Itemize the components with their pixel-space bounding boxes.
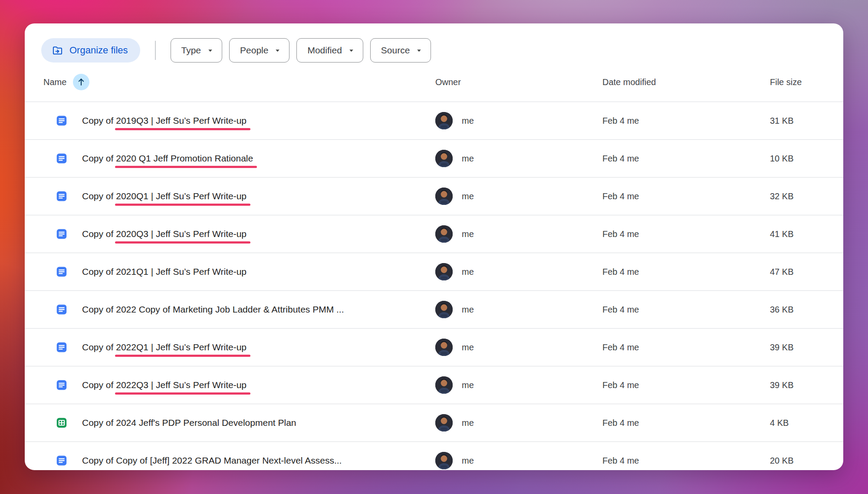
file-type-icon-cell — [55, 341, 82, 354]
size-label: 41 KB — [770, 229, 843, 239]
file-type-icon-cell — [55, 379, 82, 392]
file-name: Copy of Copy of [Jeff] 2022 GRAD Manager… — [82, 455, 435, 466]
column-header-name[interactable]: Name — [43, 74, 435, 90]
file-row[interactable]: Copy of 2021Q1 | Jeff Su’s Perf Write-up… — [25, 253, 843, 291]
file-name-rest: 2020 Q1 Jeff Promotion Rationale — [116, 153, 253, 163]
owner-cell: me — [435, 452, 602, 469]
google-docs-icon — [55, 152, 68, 165]
organize-files-button[interactable]: Organize files — [41, 38, 140, 63]
modified-label: Feb 4 me — [602, 154, 770, 164]
size-label: 31 KB — [770, 116, 843, 126]
file-name: Copy of 2019Q3 | Jeff Su’s Perf Write-up — [82, 115, 435, 126]
column-header-owner[interactable]: Owner — [435, 77, 602, 87]
owner-avatar — [435, 301, 453, 318]
owner-cell: me — [435, 150, 602, 167]
file-name: Copy of 2020Q3 | Jeff Su’s Perf Write-up — [82, 229, 435, 239]
file-name-rest: 2020Q3 | Jeff Su’s Perf Write-up — [116, 229, 247, 239]
filter-chip-people[interactable]: People — [229, 38, 289, 63]
filter-chip-source[interactable]: Source — [370, 38, 431, 63]
filter-chip-type[interactable]: Type — [171, 38, 223, 63]
file-name-prefix: Copy of — [82, 418, 116, 428]
filter-chip-label: People — [240, 45, 268, 56]
file-name-prefix: Copy of — [82, 229, 116, 239]
file-row[interactable]: Copy of Copy of [Jeff] 2022 GRAD Manager… — [25, 442, 843, 470]
modified-label: Feb 4 me — [602, 343, 770, 352]
modified-label: Feb 4 me — [602, 229, 770, 239]
column-header-size[interactable]: File size — [770, 77, 843, 87]
file-row[interactable]: Copy of 2022 Copy of Marketing Job Ladde… — [25, 291, 843, 329]
file-name: Copy of 2020Q1 | Jeff Su’s Perf Write-up — [82, 191, 435, 201]
owner-cell: me — [435, 188, 602, 205]
owner-cell: me — [435, 263, 602, 280]
owner-cell: me — [435, 376, 602, 394]
size-label: 4 KB — [770, 418, 843, 428]
owner-label: me — [462, 456, 474, 466]
chevron-down-icon — [274, 47, 281, 54]
toolbar-divider — [155, 41, 156, 60]
size-label: 47 KB — [770, 267, 843, 277]
chevron-down-icon — [207, 47, 214, 54]
google-docs-icon — [55, 379, 68, 392]
modified-label: Feb 4 me — [602, 116, 770, 126]
file-row[interactable]: Copy of 2022Q3 | Jeff Su’s Perf Write-up… — [25, 366, 843, 404]
toolbar: Organize files Type People Modified Sour… — [25, 23, 843, 63]
file-name-rest: 2020Q1 | Jeff Su’s Perf Write-up — [116, 191, 247, 201]
owner-label: me — [462, 116, 474, 126]
owner-cell: me — [435, 112, 602, 129]
file-row[interactable]: Copy of 2019Q3 | Jeff Su’s Perf Write-up… — [25, 102, 843, 140]
file-name: Copy of 2021Q1 | Jeff Su’s Perf Write-up — [82, 267, 435, 277]
filter-chip-modified[interactable]: Modified — [296, 38, 363, 63]
file-row[interactable]: Copy of 2020Q1 | Jeff Su’s Perf Write-up… — [25, 178, 843, 215]
owner-avatar — [435, 112, 453, 129]
google-docs-icon — [55, 227, 68, 240]
file-browser-card: Organize files Type People Modified Sour… — [25, 23, 843, 470]
file-name-rest: 2024 Jeff's PDP Personal Development Pla… — [116, 418, 296, 428]
owner-avatar — [435, 225, 453, 243]
google-docs-icon — [55, 303, 68, 316]
file-name: Copy of 2022Q1 | Jeff Su’s Perf Write-up — [82, 342, 435, 352]
file-name-prefix: Copy of — [82, 267, 116, 277]
file-row[interactable]: Copy of 2020Q3 | Jeff Su’s Perf Write-up… — [25, 215, 843, 253]
file-name-prefix: Copy of — [82, 304, 116, 314]
file-table-body: Copy of 2019Q3 | Jeff Su’s Perf Write-up… — [25, 102, 843, 470]
modified-label: Feb 4 me — [602, 418, 770, 428]
file-type-icon-cell — [55, 227, 82, 240]
owner-label: me — [462, 418, 474, 428]
modified-label: Feb 4 me — [602, 191, 770, 201]
owner-label: me — [462, 229, 474, 239]
size-label: 10 KB — [770, 154, 843, 164]
chevron-down-icon — [416, 47, 422, 54]
file-name: Copy of 2020 Q1 Jeff Promotion Rationale — [82, 153, 435, 164]
file-row[interactable]: Copy of 2024 Jeff's PDP Personal Develop… — [25, 404, 843, 442]
organize-folder-icon — [52, 45, 63, 56]
filter-chip-label: Source — [381, 45, 410, 56]
column-header-modified[interactable]: Date modified — [602, 77, 770, 87]
owner-cell: me — [435, 339, 602, 356]
file-row[interactable]: Copy of 2022Q1 | Jeff Su’s Perf Write-up… — [25, 329, 843, 366]
owner-avatar — [435, 188, 453, 205]
file-row[interactable]: Copy of 2020 Q1 Jeff Promotion Rationale… — [25, 140, 843, 178]
size-label: 32 KB — [770, 191, 843, 201]
owner-label: me — [462, 191, 474, 201]
modified-label: Feb 4 me — [602, 456, 770, 466]
google-docs-icon — [55, 190, 68, 203]
organize-files-label: Organize files — [69, 45, 128, 56]
name-column-label: Name — [43, 77, 66, 87]
file-type-icon-cell — [55, 114, 82, 127]
file-name-prefix: Copy of — [82, 342, 116, 352]
owner-cell: me — [435, 301, 602, 318]
table-header: Name Owner Date modified File size — [25, 63, 843, 102]
modified-label: Feb 4 me — [602, 267, 770, 277]
file-name-rest: Copy of [Jeff] 2022 GRAD Manager Next-le… — [116, 455, 342, 465]
owner-label: me — [462, 267, 474, 277]
owner-avatar — [435, 376, 453, 394]
file-type-icon-cell — [55, 416, 82, 429]
google-docs-icon — [55, 114, 68, 127]
file-type-icon-cell — [55, 454, 82, 467]
sort-ascending-icon[interactable] — [73, 74, 89, 90]
file-name-prefix: Copy of — [82, 191, 116, 201]
file-name-rest: 2022 Copy of Marketing Job Ladder & Attr… — [116, 304, 344, 314]
owner-avatar — [435, 452, 453, 469]
file-type-icon-cell — [55, 152, 82, 165]
file-name-rest: 2022Q1 | Jeff Su’s Perf Write-up — [116, 342, 247, 352]
